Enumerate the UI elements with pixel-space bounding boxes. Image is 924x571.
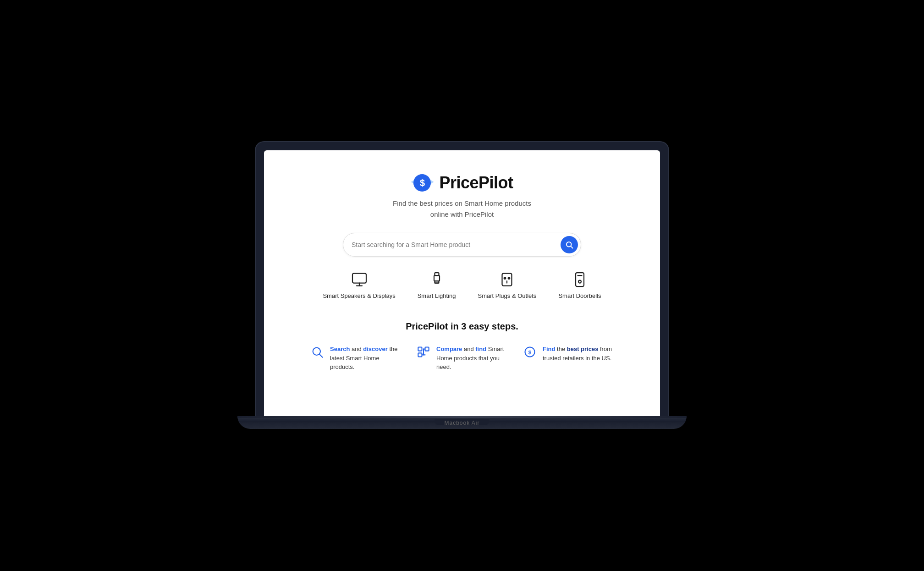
svg-point-11 — [508, 277, 510, 279]
smart-lighting-label: Smart Lighting — [418, 292, 456, 299]
logo-icon: $ — [411, 174, 434, 192]
step-search: Search and discover the latest Smart Hom… — [310, 345, 402, 372]
svg-point-14 — [578, 280, 581, 283]
laptop-screen-outer: $ PricePilot Find the best prices on Sma… — [256, 142, 668, 416]
svg-rect-6 — [434, 275, 440, 281]
smart-doorbells-icon — [570, 271, 589, 288]
steps-grid: Search and discover the latest Smart Hom… — [297, 345, 627, 372]
search-button[interactable] — [561, 236, 578, 253]
svg-point-10 — [504, 277, 506, 279]
svg-rect-19 — [418, 353, 422, 357]
app-logo: $ PricePilot — [411, 173, 513, 192]
svg-line-1 — [571, 246, 572, 248]
smart-lighting-icon — [427, 271, 446, 288]
svg-rect-18 — [418, 347, 422, 351]
smart-doorbells-label: Smart Doorbells — [558, 292, 601, 299]
smart-speakers-icon — [350, 271, 369, 288]
smart-plugs-icon — [497, 271, 517, 288]
smart-speakers-label: Smart Speakers & Displays — [323, 292, 395, 299]
search-bar[interactable] — [343, 233, 581, 257]
category-smart-lighting[interactable]: Smart Lighting — [418, 271, 456, 299]
svg-rect-13 — [576, 273, 584, 286]
step-search-text: Search and discover the latest Smart Hom… — [330, 345, 402, 372]
categories: Smart Speakers & Displays Smart Lightin — [323, 271, 601, 299]
macbook-label: Macbook Air — [444, 420, 479, 426]
step-prices-icon: $ — [522, 345, 537, 359]
app-title: PricePilot — [439, 173, 513, 192]
category-smart-doorbells[interactable]: Smart Doorbells — [558, 271, 601, 299]
app-subtitle: Find the best prices on Smart Home produ… — [393, 198, 531, 220]
step-search-icon — [310, 345, 324, 359]
laptop-wrapper: $ PricePilot Find the best prices on Sma… — [256, 142, 668, 429]
laptop-base: Macbook Air — [237, 416, 687, 429]
search-icon — [565, 241, 573, 249]
logo-dollar: $ — [420, 178, 425, 188]
step-prices-text: Find the best prices from trusted retail… — [543, 345, 614, 362]
step-compare-icon — [416, 345, 431, 359]
svg-rect-20 — [425, 347, 429, 351]
category-smart-plugs[interactable]: Smart Plugs & Outlets — [478, 271, 536, 299]
step-compare-text: Compare and find Smart Home products tha… — [436, 345, 508, 372]
search-input[interactable] — [352, 241, 561, 248]
category-smart-speakers[interactable]: Smart Speakers & Displays — [323, 271, 395, 299]
svg-rect-9 — [502, 274, 512, 286]
svg-text:$: $ — [528, 349, 532, 355]
logo-circle: $ — [413, 174, 431, 192]
smart-plugs-label: Smart Plugs & Outlets — [478, 292, 536, 299]
laptop-screen: $ PricePilot Find the best prices on Sma… — [264, 150, 660, 416]
svg-rect-2 — [352, 274, 366, 283]
steps-section: PricePilot in 3 easy steps. Search and d… — [297, 321, 627, 372]
step-prices: $ Find the best prices from trusted reta… — [522, 345, 614, 372]
step-compare: Compare and find Smart Home products tha… — [416, 345, 508, 372]
steps-title: PricePilot in 3 easy steps. — [297, 321, 627, 332]
svg-line-17 — [319, 354, 322, 357]
